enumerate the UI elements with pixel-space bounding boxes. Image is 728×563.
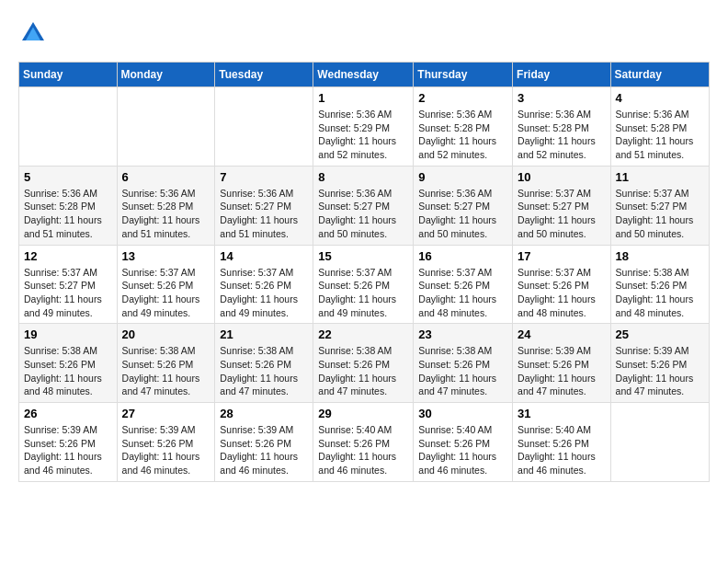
- calendar-cell: 12Sunrise: 5:37 AM Sunset: 5:27 PM Dayli…: [19, 245, 118, 324]
- calendar-week-row: 26Sunrise: 5:39 AM Sunset: 5:26 PM Dayli…: [19, 403, 710, 482]
- calendar-cell: 9Sunrise: 5:36 AM Sunset: 5:27 PM Daylig…: [414, 166, 513, 245]
- day-number: 14: [220, 249, 308, 263]
- day-info: Sunrise: 5:37 AM Sunset: 5:27 PM Dayligh…: [616, 187, 704, 241]
- calendar-cell: 23Sunrise: 5:38 AM Sunset: 5:26 PM Dayli…: [414, 324, 513, 403]
- day-number: 17: [518, 249, 606, 263]
- day-info: Sunrise: 5:39 AM Sunset: 5:26 PM Dayligh…: [616, 344, 704, 398]
- day-info: Sunrise: 5:40 AM Sunset: 5:26 PM Dayligh…: [418, 423, 507, 477]
- calendar-cell: 25Sunrise: 5:39 AM Sunset: 5:26 PM Dayli…: [610, 324, 709, 403]
- day-info: Sunrise: 5:38 AM Sunset: 5:26 PM Dayligh…: [616, 266, 704, 320]
- day-info: Sunrise: 5:38 AM Sunset: 5:26 PM Dayligh…: [122, 344, 210, 398]
- weekday-header: Thursday: [414, 63, 513, 87]
- calendar-cell: 16Sunrise: 5:37 AM Sunset: 5:26 PM Dayli…: [414, 245, 513, 324]
- calendar-cell: [610, 403, 709, 482]
- weekday-header: Friday: [513, 63, 611, 87]
- calendar-cell: 22Sunrise: 5:38 AM Sunset: 5:26 PM Dayli…: [313, 324, 414, 403]
- day-info: Sunrise: 5:37 AM Sunset: 5:27 PM Dayligh…: [518, 187, 606, 241]
- calendar-week-row: 1Sunrise: 5:36 AM Sunset: 5:29 PM Daylig…: [19, 87, 710, 167]
- day-info: Sunrise: 5:39 AM Sunset: 5:26 PM Dayligh…: [220, 423, 308, 477]
- calendar-cell: 2Sunrise: 5:36 AM Sunset: 5:28 PM Daylig…: [414, 87, 513, 167]
- day-info: Sunrise: 5:37 AM Sunset: 5:27 PM Dayligh…: [24, 266, 112, 320]
- day-number: 25: [616, 327, 704, 341]
- calendar-week-row: 5Sunrise: 5:36 AM Sunset: 5:28 PM Daylig…: [19, 166, 710, 245]
- calendar-header-row: SundayMondayTuesdayWednesdayThursdayFrid…: [19, 63, 710, 87]
- page-header: [18, 18, 710, 48]
- day-info: Sunrise: 5:38 AM Sunset: 5:26 PM Dayligh…: [418, 344, 507, 398]
- calendar-cell: 15Sunrise: 5:37 AM Sunset: 5:26 PM Dayli…: [313, 245, 414, 324]
- day-info: Sunrise: 5:39 AM Sunset: 5:26 PM Dayligh…: [24, 423, 112, 477]
- day-info: Sunrise: 5:36 AM Sunset: 5:27 PM Dayligh…: [220, 187, 308, 241]
- calendar-cell: 1Sunrise: 5:36 AM Sunset: 5:29 PM Daylig…: [313, 87, 414, 167]
- day-info: Sunrise: 5:39 AM Sunset: 5:26 PM Dayligh…: [122, 423, 210, 477]
- day-number: 20: [122, 327, 210, 341]
- day-info: Sunrise: 5:37 AM Sunset: 5:26 PM Dayligh…: [122, 266, 210, 320]
- day-number: 8: [318, 170, 408, 184]
- day-info: Sunrise: 5:38 AM Sunset: 5:26 PM Dayligh…: [318, 344, 408, 398]
- day-number: 9: [418, 170, 507, 184]
- calendar-cell: [215, 87, 313, 167]
- day-number: 30: [418, 407, 507, 420]
- day-number: 29: [318, 407, 408, 420]
- day-number: 23: [418, 327, 507, 341]
- day-info: Sunrise: 5:37 AM Sunset: 5:26 PM Dayligh…: [418, 266, 507, 320]
- day-number: 4: [616, 91, 704, 105]
- day-info: Sunrise: 5:40 AM Sunset: 5:26 PM Dayligh…: [318, 423, 408, 477]
- day-number: 1: [318, 91, 408, 105]
- calendar-cell: 19Sunrise: 5:38 AM Sunset: 5:26 PM Dayli…: [19, 324, 118, 403]
- calendar-table: SundayMondayTuesdayWednesdayThursdayFrid…: [18, 62, 710, 482]
- calendar-cell: 6Sunrise: 5:36 AM Sunset: 5:28 PM Daylig…: [117, 166, 215, 245]
- calendar-cell: 28Sunrise: 5:39 AM Sunset: 5:26 PM Dayli…: [215, 403, 313, 482]
- calendar-cell: 14Sunrise: 5:37 AM Sunset: 5:26 PM Dayli…: [215, 245, 313, 324]
- day-info: Sunrise: 5:36 AM Sunset: 5:27 PM Dayligh…: [418, 187, 507, 241]
- weekday-header: Saturday: [610, 63, 709, 87]
- logo-icon: [18, 18, 48, 48]
- calendar-cell: [19, 87, 118, 167]
- day-info: Sunrise: 5:36 AM Sunset: 5:28 PM Dayligh…: [518, 108, 606, 162]
- calendar-cell: 31Sunrise: 5:40 AM Sunset: 5:26 PM Dayli…: [513, 403, 611, 482]
- weekday-header: Wednesday: [313, 63, 414, 87]
- day-number: 31: [518, 407, 606, 420]
- logo: [18, 18, 51, 48]
- calendar-cell: [117, 87, 215, 167]
- calendar-cell: 3Sunrise: 5:36 AM Sunset: 5:28 PM Daylig…: [513, 87, 611, 167]
- day-number: 16: [418, 249, 507, 263]
- weekday-header: Sunday: [19, 63, 118, 87]
- calendar-cell: 29Sunrise: 5:40 AM Sunset: 5:26 PM Dayli…: [313, 403, 414, 482]
- day-number: 5: [24, 170, 112, 184]
- day-number: 15: [318, 249, 408, 263]
- day-number: 27: [122, 407, 210, 420]
- calendar-cell: 8Sunrise: 5:36 AM Sunset: 5:27 PM Daylig…: [313, 166, 414, 245]
- calendar-cell: 20Sunrise: 5:38 AM Sunset: 5:26 PM Dayli…: [117, 324, 215, 403]
- day-number: 13: [122, 249, 210, 263]
- calendar-cell: 7Sunrise: 5:36 AM Sunset: 5:27 PM Daylig…: [215, 166, 313, 245]
- day-number: 7: [220, 170, 308, 184]
- day-number: 28: [220, 407, 308, 420]
- day-info: Sunrise: 5:38 AM Sunset: 5:26 PM Dayligh…: [24, 344, 112, 398]
- calendar-cell: 26Sunrise: 5:39 AM Sunset: 5:26 PM Dayli…: [19, 403, 118, 482]
- day-info: Sunrise: 5:39 AM Sunset: 5:26 PM Dayligh…: [518, 344, 606, 398]
- calendar-cell: 24Sunrise: 5:39 AM Sunset: 5:26 PM Dayli…: [513, 324, 611, 403]
- day-number: 26: [24, 407, 112, 420]
- day-info: Sunrise: 5:37 AM Sunset: 5:26 PM Dayligh…: [220, 266, 308, 320]
- calendar-cell: 11Sunrise: 5:37 AM Sunset: 5:27 PM Dayli…: [610, 166, 709, 245]
- day-number: 19: [24, 327, 112, 341]
- day-info: Sunrise: 5:36 AM Sunset: 5:28 PM Dayligh…: [24, 187, 112, 241]
- day-info: Sunrise: 5:36 AM Sunset: 5:29 PM Dayligh…: [318, 108, 408, 162]
- calendar-week-row: 12Sunrise: 5:37 AM Sunset: 5:27 PM Dayli…: [19, 245, 710, 324]
- calendar-cell: 4Sunrise: 5:36 AM Sunset: 5:28 PM Daylig…: [610, 87, 709, 167]
- day-info: Sunrise: 5:37 AM Sunset: 5:26 PM Dayligh…: [518, 266, 606, 320]
- weekday-header: Monday: [117, 63, 215, 87]
- day-number: 22: [318, 327, 408, 341]
- weekday-header: Tuesday: [215, 63, 313, 87]
- calendar-cell: 21Sunrise: 5:38 AM Sunset: 5:26 PM Dayli…: [215, 324, 313, 403]
- day-info: Sunrise: 5:40 AM Sunset: 5:26 PM Dayligh…: [518, 423, 606, 477]
- day-info: Sunrise: 5:36 AM Sunset: 5:28 PM Dayligh…: [418, 108, 507, 162]
- day-number: 11: [616, 170, 704, 184]
- day-info: Sunrise: 5:36 AM Sunset: 5:28 PM Dayligh…: [616, 108, 704, 162]
- calendar-cell: 27Sunrise: 5:39 AM Sunset: 5:26 PM Dayli…: [117, 403, 215, 482]
- calendar-week-row: 19Sunrise: 5:38 AM Sunset: 5:26 PM Dayli…: [19, 324, 710, 403]
- day-number: 18: [616, 249, 704, 263]
- calendar-cell: 18Sunrise: 5:38 AM Sunset: 5:26 PM Dayli…: [610, 245, 709, 324]
- day-number: 3: [518, 91, 606, 105]
- calendar-cell: 5Sunrise: 5:36 AM Sunset: 5:28 PM Daylig…: [19, 166, 118, 245]
